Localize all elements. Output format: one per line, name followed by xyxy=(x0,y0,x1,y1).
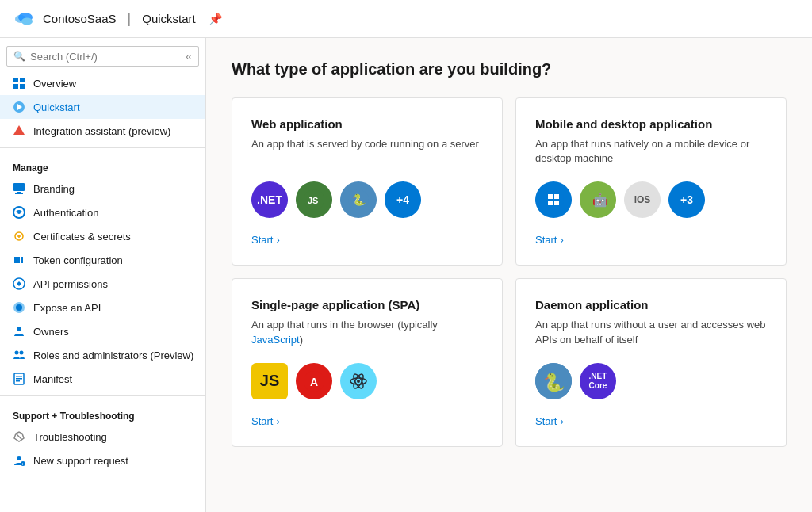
roles-icon xyxy=(13,349,25,361)
sidebar-item-manifest-label: Manifest xyxy=(33,373,72,385)
sidebar-item-new-support[interactable]: + New support request xyxy=(0,449,205,472)
card-spa-start[interactable]: Start › xyxy=(251,415,483,427)
sidebar-item-authentication[interactable]: Authentication xyxy=(0,201,205,224)
card-web-app-title: Web application xyxy=(251,117,483,131)
ios-icon: iOS xyxy=(624,181,661,218)
sidebar-item-certificates[interactable]: Certificates & secrets xyxy=(0,224,205,248)
sidebar-item-certificates-label: Certificates & secrets xyxy=(33,231,131,243)
android-icon: 🤖 xyxy=(580,181,616,218)
collapse-icon[interactable]: « xyxy=(186,50,192,63)
pin-icon[interactable]: 📌 xyxy=(209,13,222,25)
search-icon: 🔍 xyxy=(13,51,25,62)
svg-rect-41 xyxy=(554,194,559,199)
card-mobile-desktop-icons: 🤖 iOS +3 xyxy=(535,181,767,218)
card-daemon-icons: 🐍 .NETCore xyxy=(535,363,767,399)
dotnet-icon: .NET xyxy=(251,181,288,218)
card-mobile-desktop: Mobile and desktop application An app th… xyxy=(515,97,787,266)
card-mobile-desktop-start[interactable]: Start › xyxy=(535,234,767,246)
card-daemon-start[interactable]: Start › xyxy=(535,415,767,427)
svg-rect-30 xyxy=(16,380,20,382)
integration-icon xyxy=(13,124,25,137)
api-icon xyxy=(13,277,25,290)
troubleshooting-icon xyxy=(13,430,25,443)
svg-point-52 xyxy=(357,380,360,383)
sidebar-item-token-label: Token configuration xyxy=(33,254,123,266)
search-input[interactable] xyxy=(30,51,181,63)
svg-rect-40 xyxy=(548,194,553,199)
angular-icon: A xyxy=(296,363,332,399)
owners-icon xyxy=(13,325,25,338)
js-icon: JS xyxy=(251,363,288,399)
card-spa-icons: JS A xyxy=(251,363,483,399)
web-more-icon: +4 xyxy=(385,181,421,218)
support-icon: + xyxy=(13,454,25,467)
page-name: Quickstart xyxy=(142,12,196,25)
sidebar-item-troubleshooting[interactable]: Troubleshooting xyxy=(0,425,205,449)
support-section-label: Support + Troubleshooting xyxy=(0,401,205,425)
sidebar-item-authentication-label: Authentication xyxy=(33,207,98,219)
svg-text:+: + xyxy=(21,461,24,466)
manifest-icon xyxy=(13,373,25,385)
sidebar-item-quickstart-label: Quickstart xyxy=(33,101,80,113)
svg-rect-43 xyxy=(554,201,559,205)
expose-icon xyxy=(13,301,25,314)
svg-line-31 xyxy=(16,434,22,440)
card-daemon-title: Daemon application xyxy=(535,298,767,311)
svg-point-32 xyxy=(17,456,21,460)
sidebar: 🔍 « Overview Quickstart Integration assi… xyxy=(0,38,206,512)
quickstart-icon xyxy=(13,101,25,113)
card-web-app: Web application An app that is served by… xyxy=(232,97,503,266)
sidebar-item-troubleshooting-label: Troubleshooting xyxy=(33,431,107,443)
svg-text:🤖: 🤖 xyxy=(592,193,608,208)
token-icon xyxy=(13,254,25,266)
sidebar-item-roles-label: Roles and administrators (Preview) xyxy=(33,350,193,361)
sidebar-item-owners[interactable]: Owners xyxy=(0,319,205,343)
topbar: ContosoSaaS | Quickstart 📌 xyxy=(0,0,812,38)
svg-rect-39 xyxy=(543,189,564,210)
react-icon xyxy=(340,363,377,399)
svg-rect-5 xyxy=(13,84,18,89)
topbar-separator: | xyxy=(128,10,132,27)
svg-rect-6 xyxy=(20,84,25,89)
svg-rect-28 xyxy=(16,376,22,377)
sidebar-item-quickstart[interactable]: Quickstart xyxy=(0,95,205,119)
sidebar-item-branding[interactable]: Branding xyxy=(0,177,205,201)
sidebar-item-api-permissions[interactable]: API permissions xyxy=(0,272,205,296)
svg-rect-20 xyxy=(21,257,23,263)
nodejs-icon: JS xyxy=(296,181,332,218)
auth-icon xyxy=(13,206,25,219)
svg-rect-42 xyxy=(548,201,553,205)
svg-point-2 xyxy=(21,17,33,25)
svg-rect-19 xyxy=(17,257,20,263)
sidebar-divider-manage xyxy=(0,147,205,148)
sidebar-item-integration[interactable]: Integration assistant (preview) xyxy=(0,119,205,143)
svg-text:A: A xyxy=(310,376,318,388)
card-spa: Single-page application (SPA) An app tha… xyxy=(232,278,503,446)
sidebar-item-token[interactable]: Token configuration xyxy=(0,248,205,272)
azure-logo xyxy=(13,8,35,30)
sidebar-item-integration-label: Integration assistant (preview) xyxy=(33,125,170,137)
search-bar[interactable]: 🔍 « xyxy=(6,46,199,67)
sidebar-item-expose-api-label: Expose an API xyxy=(33,302,101,314)
sidebar-item-roles[interactable]: Roles and administrators (Preview) xyxy=(0,343,205,367)
sidebar-item-branding-label: Branding xyxy=(33,183,75,195)
sidebar-item-api-permissions-label: API permissions xyxy=(33,278,108,290)
python-icon: 🐍 xyxy=(340,181,377,218)
sidebar-item-expose-api[interactable]: Expose an API xyxy=(0,296,205,319)
daemon-python-icon: 🐍 xyxy=(535,363,572,399)
svg-point-23 xyxy=(16,304,22,311)
svg-rect-29 xyxy=(16,378,22,380)
svg-text:🐍: 🐍 xyxy=(352,193,366,207)
sidebar-item-owners-label: Owners xyxy=(33,326,69,338)
sidebar-divider-support xyxy=(0,395,205,396)
sidebar-item-overview-label: Overview xyxy=(33,78,76,90)
card-web-app-start[interactable]: Start › xyxy=(251,234,483,246)
sidebar-item-overview[interactable]: Overview xyxy=(0,71,205,95)
app-name: ContosoSaaS xyxy=(43,12,117,25)
daemon-netcore-icon: .NETCore xyxy=(580,363,616,399)
card-spa-title: Single-page application (SPA) xyxy=(251,298,483,311)
sidebar-item-manifest[interactable]: Manifest xyxy=(0,367,205,391)
manage-section-label: Manage xyxy=(0,153,205,177)
svg-text:🐍: 🐍 xyxy=(543,372,565,393)
cert-icon xyxy=(13,230,25,243)
